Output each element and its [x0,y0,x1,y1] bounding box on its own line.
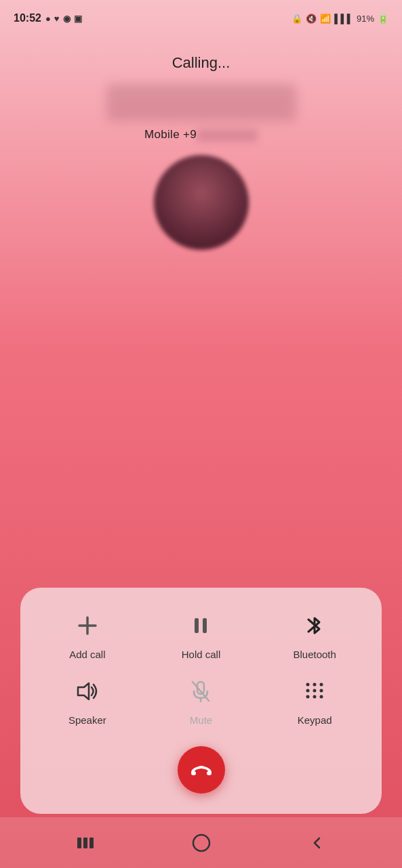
hold-call-label: Hold call [182,649,221,660]
keypad-icon-container [297,674,332,709]
svg-point-22 [193,835,209,851]
end-call-button[interactable] [178,746,225,794]
bluetooth-icon [304,614,325,637]
calling-area: Calling... Mobile +9 [0,34,402,270]
instagram-icon: ◉ [63,14,71,24]
wifi-icon: 📶 [320,14,331,24]
lock-icon: 🔒 [292,14,302,24]
contact-avatar [154,155,249,250]
recent-apps-button[interactable] [72,829,99,856]
home-icon [192,833,211,852]
time-display: 10:52 [14,12,41,24]
back-button[interactable] [304,829,331,856]
svg-point-8 [306,683,310,687]
keypad-button[interactable]: Keypad [261,674,368,726]
contact-name-blurred [106,84,296,121]
mute-icon-container [183,674,218,709]
image-icon: ▣ [74,14,82,24]
signal-icon: ▌▌▌ [334,14,353,24]
add-call-button[interactable]: Add call [34,608,141,660]
end-call-container [34,746,368,794]
bluetooth-icon-container [297,608,332,643]
bluetooth-button[interactable]: Bluetooth [261,608,368,660]
svg-rect-19 [77,838,81,848]
calling-label: Calling... [172,54,230,72]
svg-point-14 [306,695,310,699]
hold-call-icon [183,608,218,643]
status-bar: 10:52 ● ♥ ◉ ▣ 🔒 🔇 📶 ▌▌▌ 91% 🔋 [0,0,402,34]
controls-panel: Add call Hold call Bluetooth [20,588,382,814]
svg-point-15 [313,695,317,699]
svg-rect-17 [191,771,196,775]
speaker-label: Speaker [68,714,106,726]
svg-rect-2 [195,618,199,633]
svg-point-11 [306,689,310,693]
contact-number: Mobile +9 [144,128,258,142]
speaker-icon [75,681,100,701]
bluetooth-label: Bluetooth [293,649,336,660]
speaker-button[interactable]: Speaker [34,674,141,726]
svg-rect-3 [203,618,207,633]
svg-point-12 [313,689,317,693]
number-blurred [197,129,258,142]
mute-button[interactable]: Mute [148,674,255,726]
svg-rect-21 [89,838,94,848]
hold-call-button[interactable]: Hold call [148,608,255,660]
svg-marker-4 [78,683,89,699]
mute-icon: 🔇 [306,14,317,24]
add-call-icon [70,608,105,643]
number-prefix: Mobile +9 [144,128,197,141]
back-icon [310,836,325,850]
avatar-inner [154,155,249,250]
recent-apps-icon [76,835,95,851]
svg-rect-18 [207,771,212,775]
status-icons-left: ● ♥ ◉ ▣ [45,14,82,24]
mute-icon [190,680,211,703]
svg-point-13 [320,689,323,693]
controls-grid: Add call Hold call Bluetooth [34,608,368,726]
nav-bar [0,817,402,868]
heart-icon: ♥ [54,14,60,24]
add-call-label: Add call [69,649,105,660]
svg-point-9 [313,683,317,687]
whatsapp-icon: ● [45,14,51,24]
battery-icon: 🔋 [378,14,388,24]
status-time: 10:52 ● ♥ ◉ ▣ [14,12,82,24]
svg-rect-20 [83,838,87,848]
status-right-icons: 🔒 🔇 📶 ▌▌▌ 91% 🔋 [292,14,388,24]
keypad-icon [303,681,326,701]
speaker-icon-container [70,674,105,709]
end-call-icon [190,764,213,776]
svg-point-16 [320,695,323,699]
battery-percent: 91% [357,14,374,24]
home-button[interactable] [188,829,215,856]
pause-icon [190,615,212,636]
plus-icon [77,615,98,636]
mute-label: Mute [190,714,212,726]
keypad-label: Keypad [298,714,332,726]
svg-point-10 [320,683,323,687]
